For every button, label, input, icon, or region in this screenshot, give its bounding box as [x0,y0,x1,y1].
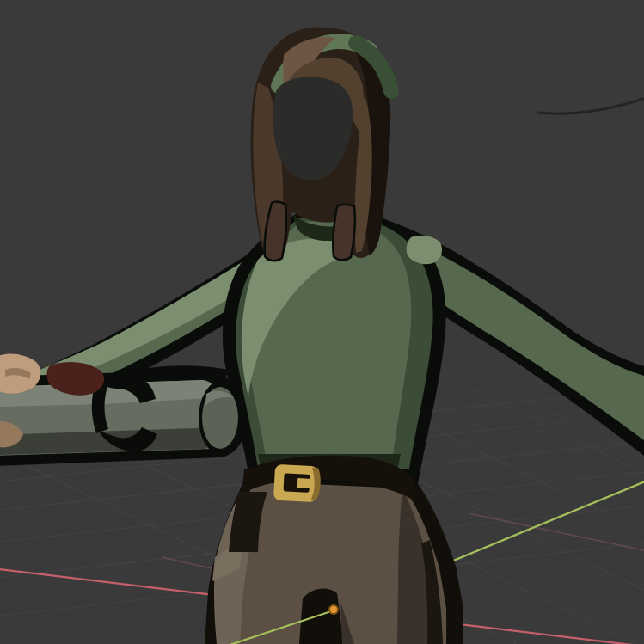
object-origin-marker[interactable] [328,604,339,615]
viewport-3d[interactable] [0,0,644,644]
buckle-tab [297,478,312,488]
pants-crotch-shadow [299,589,344,644]
hair-strand-right [333,205,355,261]
grip-knuckle [127,370,138,380]
grip-knuckle [114,370,125,380]
origin-dot [330,606,337,613]
pants [205,471,463,644]
viewport-canvas[interactable] [0,0,644,644]
